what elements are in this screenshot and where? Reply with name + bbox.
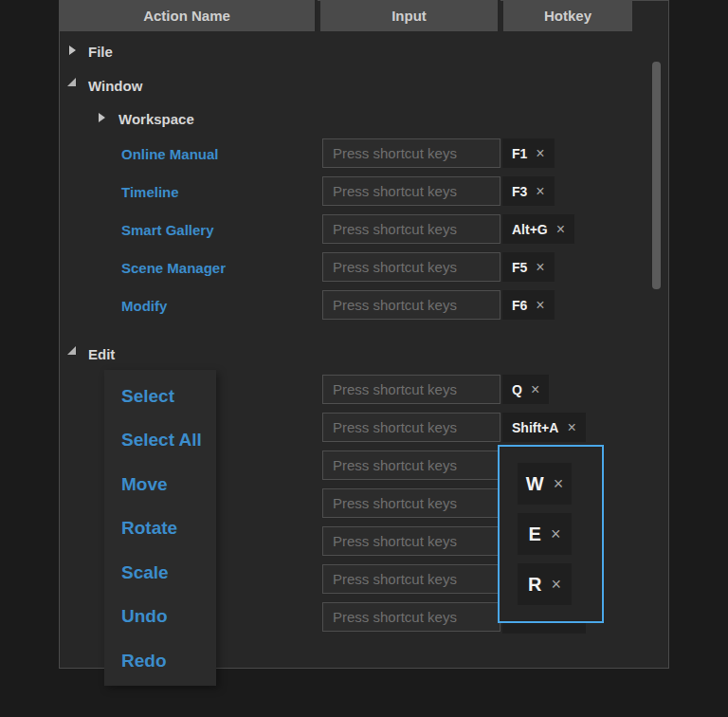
column-header-action-name: Action Name [59,0,318,31]
tree-item-edit[interactable]: Edit [88,346,115,362]
remove-hotkey-icon[interactable]: × [567,419,575,436]
remove-hotkey-icon[interactable]: × [556,221,565,238]
hotkey-badge-f3: F3× [502,176,555,206]
edit-actions-overlay-menu: Select Select All Move Rotate Scale Undo… [104,370,216,686]
remove-hotkey-icon[interactable]: × [536,145,544,162]
shortcut-input-redo[interactable] [322,602,500,632]
action-name-online-manual: Online Manual [121,146,219,162]
shortcut-input-undo[interactable] [322,564,500,594]
column-header-input: Input [320,0,500,31]
hotkey-badge-r: R× [518,563,572,605]
shortcut-input-rotate[interactable] [322,488,500,518]
remove-hotkey-icon[interactable]: × [536,183,544,200]
shortcut-input-scale[interactable] [322,526,500,556]
menu-item-select[interactable]: Select [121,386,174,407]
hotkey-badge-alt-g: Alt+G× [502,214,574,244]
menu-item-move[interactable]: Move [121,474,168,495]
hotkey-badge-q: Q× [502,375,549,404]
action-name-timeline: Timeline [121,184,179,200]
shortcut-input-modify[interactable] [322,290,500,320]
action-name-scene-manager: Scene Manager [121,260,226,276]
menu-item-rotate[interactable]: Rotate [121,518,177,539]
menu-item-redo[interactable]: Redo [121,651,167,671]
remove-hotkey-icon[interactable]: × [536,297,544,314]
tree-item-file[interactable]: File [88,44,113,60]
menu-item-select-all[interactable]: Select All [121,430,202,450]
shortcut-input-scene-manager[interactable] [322,252,500,282]
remove-hotkey-icon[interactable]: × [536,259,544,276]
remove-hotkey-icon[interactable]: × [551,575,561,595]
hotkey-badge-f1: F1× [502,138,555,168]
shortcut-input-move[interactable] [322,450,500,480]
hotkey-badge-e: E× [518,513,572,555]
hotkey-badge-f6: F6× [502,290,555,320]
hotkey-badge-f5: F5× [502,252,555,282]
hotkey-badge-shift-a: Shift+A× [502,413,586,442]
action-name-smart-gallery: Smart Gallery [121,222,214,238]
remove-hotkey-icon[interactable]: × [531,381,539,398]
remove-hotkey-icon[interactable]: × [554,474,564,494]
column-header-hotkey: Hotkey [503,0,632,31]
workspace-expander-icon[interactable] [99,113,105,122]
shortcut-input-online-manual[interactable] [322,138,500,168]
shortcut-input-smart-gallery[interactable] [322,214,500,244]
shortcut-input-timeline[interactable] [322,176,500,206]
window-expander-icon[interactable] [67,78,76,86]
tree-item-workspace[interactable]: Workspace [118,111,194,127]
shortcut-input-select-all[interactable] [322,413,500,442]
tree-item-window[interactable]: Window [88,78,142,94]
hotkey-highlight-callout: W× E× R× [498,445,604,623]
vertical-scrollbar-thumb[interactable] [652,62,661,289]
menu-item-scale[interactable]: Scale [121,562,169,583]
menu-item-undo[interactable]: Undo [121,606,168,627]
action-name-modify: Modify [121,298,167,314]
remove-hotkey-icon[interactable]: × [551,524,561,544]
edit-expander-icon[interactable] [67,346,76,355]
file-expander-icon[interactable] [69,46,76,55]
shortcut-input-select[interactable] [322,375,500,404]
hotkey-badge-w: W× [518,463,572,505]
